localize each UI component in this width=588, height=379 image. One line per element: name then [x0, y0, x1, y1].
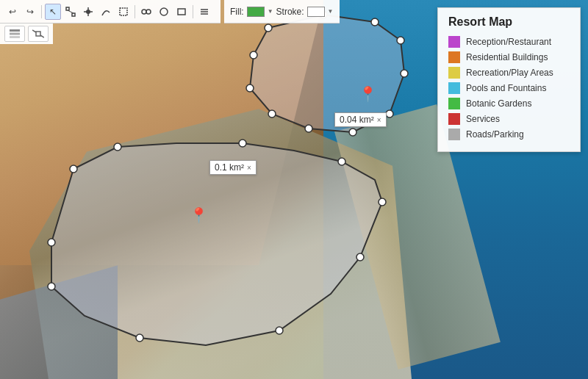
measurement-label-upper: 0.04 km² × [334, 112, 387, 127]
svg-rect-13 [10, 36, 20, 38]
legend-color-residential [448, 51, 460, 63]
legend-label-roads: Roads/Parking [466, 129, 524, 140]
legend-label-pools: Pools and Fountains [466, 83, 546, 93]
svg-rect-10 [178, 9, 185, 15]
legend-label-botanic: Botanic Gardens [466, 98, 531, 109]
merge-button[interactable] [138, 4, 154, 20]
legend-item-residential: Residential Buildings [448, 51, 570, 63]
measurement-value-lower: 0.1 km² [215, 162, 244, 173]
draw-way-button[interactable] [98, 4, 114, 20]
svg-point-9 [160, 8, 168, 15]
svg-rect-14 [36, 32, 40, 36]
redo-button[interactable]: ↪ [22, 4, 38, 20]
place-node-button[interactable] [80, 4, 96, 20]
legend-label-recreation: Recreation/Play Areas [466, 68, 553, 78]
select-area-button[interactable] [115, 4, 132, 20]
stroke-color-box[interactable] [307, 7, 325, 17]
separator2 [135, 5, 135, 18]
legend-label-services: Services [466, 114, 500, 124]
fill-stroke-controls: Fill: ▼ Stroke: ▼ [224, 0, 340, 24]
legend-item-botanic: Botanic Gardens [448, 98, 570, 109]
edit-nodes-button[interactable] [62, 4, 79, 20]
undo-button[interactable]: ↩ [4, 4, 21, 20]
legend-item-reception: Reception/Restaurant [448, 36, 570, 48]
measurement-close-lower[interactable]: × [247, 164, 251, 172]
svg-rect-12 [10, 33, 20, 35]
fill-color-box[interactable] [247, 7, 265, 17]
map-container: 📍 📍 0.04 km² × 0.1 km² × ↩ ↪ ↖ [0, 0, 588, 379]
fill-dropdown-arrow[interactable]: ▼ [268, 8, 273, 15]
legend-color-pools [448, 82, 460, 94]
legend-item-services: Services [448, 113, 570, 125]
measurement-label-lower: 0.1 km² × [209, 160, 257, 175]
layers-button[interactable] [4, 26, 25, 42]
more-tools-button[interactable] [196, 4, 212, 20]
stroke-label: Stroke: [276, 7, 304, 17]
legend-color-services [448, 113, 460, 125]
svg-rect-6 [120, 8, 127, 15]
svg-rect-0 [66, 7, 69, 10]
svg-line-2 [68, 10, 74, 13]
stroke-dropdown-arrow[interactable]: ▼ [328, 8, 334, 15]
legend-color-roads [448, 129, 460, 140]
legend-item-roads: Roads/Parking [448, 129, 570, 140]
legend-color-recreation [448, 67, 460, 79]
legend-title: Resort Map [448, 15, 570, 29]
svg-point-8 [146, 10, 151, 14]
legend-item-recreation: Recreation/Play Areas [448, 67, 570, 79]
select-tool-button[interactable]: ↖ [45, 4, 61, 20]
map-pin-1: 📍 [359, 85, 377, 103]
legend-item-pools: Pools and Fountains [448, 82, 570, 94]
separator3 [193, 5, 193, 18]
satellite-button[interactable] [28, 26, 49, 42]
toolbar: ↩ ↪ ↖ [0, 0, 220, 24]
separator [41, 5, 42, 18]
icon-row [0, 24, 53, 44]
measurement-close-upper[interactable]: × [377, 116, 381, 124]
fill-label: Fill: [230, 7, 244, 17]
svg-point-7 [142, 10, 146, 14]
circle-tool-button[interactable] [156, 4, 172, 20]
svg-rect-1 [72, 13, 75, 16]
legend-panel: Resort Map Reception/Restaurant Resident… [437, 7, 581, 152]
legend-color-botanic [448, 98, 460, 109]
road-region [0, 265, 118, 379]
legend-color-reception [448, 36, 460, 48]
rectangle-tool-button[interactable] [173, 4, 190, 20]
map-pin-2: 📍 [190, 206, 208, 224]
legend-label-reception: Reception/Restaurant [466, 37, 551, 47]
measurement-value-upper: 0.04 km² [340, 115, 374, 125]
svg-rect-11 [10, 29, 20, 32]
legend-label-residential: Residential Buildings [466, 52, 548, 62]
